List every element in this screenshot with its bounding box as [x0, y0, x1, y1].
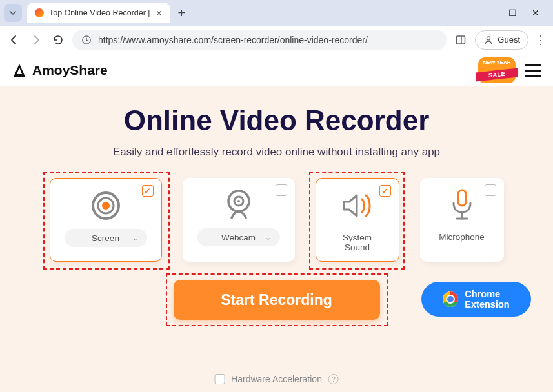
system-sound-label: System Sound [343, 233, 372, 252]
start-recording-button[interactable]: Start Recording [174, 280, 380, 320]
screen-dropdown[interactable]: Screen ⌄ [65, 229, 147, 247]
browser-toolbar: https://www.amoyshare.com/screen-recorde… [0, 26, 553, 54]
favicon-icon [35, 8, 44, 17]
reload-button[interactable] [50, 32, 66, 48]
source-options: Screen ⌄ Webcam ⌄ [0, 178, 553, 262]
browser-tab[interactable]: Top Online Video Recorder | ✕ [27, 3, 170, 23]
screen-checkbox[interactable] [142, 185, 154, 197]
microphone-card[interactable]: Microphone [420, 178, 504, 262]
hw-accel-checkbox[interactable] [214, 374, 225, 384]
speaker-icon [340, 188, 375, 224]
svg-point-9 [237, 200, 240, 202]
page-content: Online Video Recorder Easily and effortl… [0, 86, 553, 392]
url-text: https://www.amoyshare.com/screen-recorde… [98, 35, 368, 45]
option-webcam: Webcam ⌄ [183, 178, 295, 262]
webcam-icon [223, 187, 255, 223]
site-header: AmoyShare NEW YEAR SALE [0, 54, 553, 86]
screen-icon [88, 188, 123, 224]
site-info-icon[interactable] [81, 35, 92, 45]
sale-badge[interactable]: NEW YEAR SALE [478, 57, 516, 83]
browser-titlebar: Top Online Video Recorder | ✕ + — ☐ ✕ [0, 0, 553, 26]
svg-point-6 [102, 202, 110, 210]
tab-close-icon[interactable]: ✕ [156, 8, 163, 18]
screen-card[interactable]: Screen ⌄ [50, 178, 162, 262]
window-controls: — ☐ ✕ [485, 8, 549, 18]
brand-icon [12, 63, 27, 78]
option-system-sound: System Sound [316, 178, 399, 262]
brand-logo[interactable]: AmoyShare [12, 63, 108, 78]
address-bar[interactable]: https://www.amoyshare.com/screen-recorde… [72, 30, 447, 50]
tab-search-button[interactable] [4, 4, 22, 22]
system-sound-checkbox[interactable] [379, 185, 391, 197]
hw-accel-label: Hardware Acceleration [231, 374, 322, 384]
chrome-icon [443, 291, 458, 307]
extension-label: Chrome Extension [465, 289, 509, 309]
side-panel-button[interactable] [453, 32, 468, 48]
system-sound-card[interactable]: System Sound [316, 178, 399, 262]
browser-menu-button[interactable]: ⋮ [535, 33, 547, 47]
webcam-checkbox[interactable] [276, 184, 287, 196]
microphone-checkbox[interactable] [485, 184, 496, 196]
hardware-acceleration-row: Hardware Acceleration ? [214, 374, 339, 384]
svg-rect-1 [457, 36, 465, 44]
page-title: Online Video Recorder [0, 104, 553, 137]
webcam-dropdown[interactable]: Webcam ⌄ [197, 228, 280, 246]
close-window-button[interactable]: ✕ [531, 8, 540, 18]
cta-row: Start Recording Chrome Extension [0, 280, 553, 325]
chevron-down-icon: ⌄ [132, 234, 138, 242]
webcam-card[interactable]: Webcam ⌄ [183, 178, 295, 262]
option-screen: Screen ⌄ [50, 178, 162, 262]
screen-label: Screen [92, 233, 119, 243]
chevron-down-icon: ⌄ [265, 233, 271, 242]
webcam-label: Webcam [221, 233, 256, 242]
maximize-button[interactable]: ☐ [508, 8, 517, 18]
minimize-button[interactable]: — [485, 8, 494, 18]
brand-text: AmoyShare [32, 63, 108, 78]
start-label: Start Recording [221, 291, 332, 309]
profile-button[interactable]: Guest [475, 30, 528, 50]
back-button[interactable] [6, 32, 22, 48]
help-icon[interactable]: ? [328, 374, 339, 384]
tab-title: Top Online Video Recorder | [49, 8, 150, 17]
page-subtitle: Easily and effortlessly record video onl… [0, 146, 553, 159]
chrome-extension-button[interactable]: Chrome Extension [421, 282, 531, 317]
svg-rect-10 [458, 190, 466, 206]
person-icon [483, 35, 494, 45]
option-microphone: Microphone [420, 178, 504, 262]
profile-label: Guest [498, 35, 520, 44]
forward-button[interactable] [28, 32, 44, 48]
microphone-label: Microphone [439, 232, 485, 242]
sale-top-text: NEW YEAR [482, 60, 512, 65]
svg-point-3 [487, 36, 490, 39]
microphone-icon [448, 187, 476, 223]
new-tab-button[interactable]: + [178, 6, 186, 21]
menu-button[interactable] [525, 64, 541, 77]
